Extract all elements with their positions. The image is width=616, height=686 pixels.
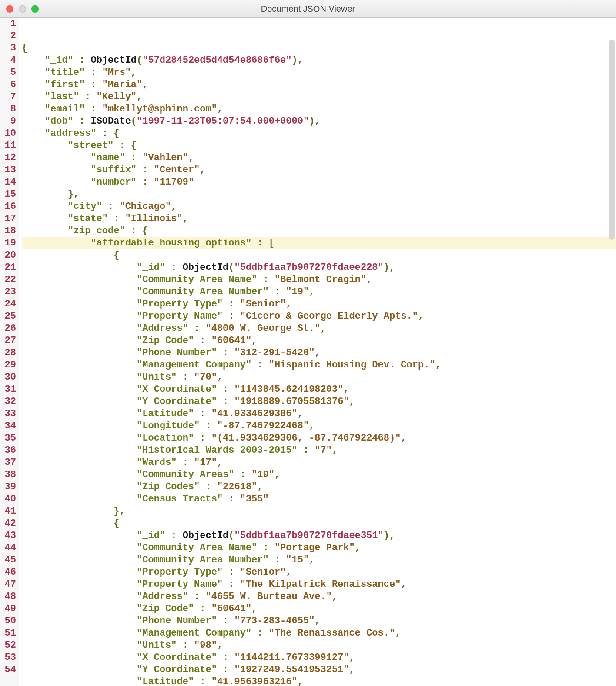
code-line[interactable]: "email" : "mkellyt@sphinn.com", bbox=[22, 103, 616, 115]
code-line[interactable]: "Phone Number" : "312-291-5420", bbox=[22, 347, 616, 359]
code-line[interactable]: "last" : "Kelly", bbox=[22, 91, 616, 103]
token-key: "Community Area Name" bbox=[137, 542, 257, 553]
code-line[interactable]: "zip_code" : { bbox=[22, 225, 616, 237]
token-colon: : bbox=[217, 384, 234, 395]
code-line[interactable]: "Zip Code" : "60641", bbox=[22, 335, 616, 347]
line-number: 20 bbox=[0, 249, 16, 262]
line-number: 54 bbox=[0, 664, 16, 676]
code-line[interactable]: "Management Company" : "Hispanic Housing… bbox=[22, 359, 616, 371]
token-colon: : bbox=[177, 640, 194, 651]
token-colon: : bbox=[85, 104, 102, 114]
code-line[interactable]: "city" : "Chicago", bbox=[22, 201, 616, 213]
token-punct: ( bbox=[131, 116, 137, 127]
token-key: "Community Area Number" bbox=[137, 286, 269, 297]
code-line[interactable]: "Property Type" : "Senior", bbox=[22, 298, 616, 310]
code-line[interactable]: "Management Company" : "The Renaissance … bbox=[22, 627, 616, 639]
code-line[interactable]: "dob" : ISODate("1997-11-23T05:07:54.000… bbox=[22, 115, 616, 128]
token-key: "title" bbox=[45, 67, 85, 78]
minimize-window-button[interactable] bbox=[19, 5, 26, 13]
token-punct: ( bbox=[228, 262, 234, 273]
code-line[interactable]: "Zip Code" : "60641", bbox=[22, 603, 616, 615]
code-line[interactable]: "X Coordinate" : "1144211.7673399127", bbox=[22, 652, 616, 664]
line-number: 29 bbox=[0, 359, 16, 371]
line-number: 7 bbox=[0, 91, 16, 103]
code-line[interactable]: "_id" : ObjectId("57d28452ed5d4d54e8686f… bbox=[22, 54, 616, 67]
code-line[interactable]: "Latitude" : "41.9334629306", bbox=[22, 408, 616, 420]
code-line[interactable]: "Location" : "(41.9334629306, -87.746792… bbox=[22, 432, 616, 444]
code-line[interactable]: "first" : "Maria", bbox=[22, 79, 616, 91]
text-cursor bbox=[275, 237, 275, 247]
line-number: 36 bbox=[0, 444, 16, 457]
code-line[interactable]: "Historical Wards 2003-2015" : "7", bbox=[22, 444, 616, 457]
code-line[interactable]: "Community Area Number" : "19", bbox=[22, 286, 616, 298]
line-number: 4 bbox=[0, 54, 16, 67]
code-line[interactable]: }, bbox=[22, 505, 616, 518]
code-line[interactable]: "Census Tracts" : "355" bbox=[22, 493, 616, 505]
token-punct: , bbox=[355, 542, 361, 553]
json-editor[interactable]: 1234567891011121314151617181920212223242… bbox=[0, 18, 616, 686]
token-punct: , bbox=[401, 579, 406, 590]
code-line[interactable]: "Property Name" : "Cicero & George Elder… bbox=[22, 310, 616, 323]
code-line[interactable]: "title" : "Mrs", bbox=[22, 67, 616, 79]
code-line[interactable]: "Address" : "4655 W. Burteau Ave.", bbox=[22, 591, 616, 603]
code-area[interactable]: { "_id" : ObjectId("57d28452ed5d4d54e868… bbox=[19, 18, 616, 686]
code-line[interactable]: "Community Area Name" : "Belmont Cragin"… bbox=[22, 274, 616, 286]
code-line[interactable]: { bbox=[22, 249, 616, 262]
code-line[interactable]: "Longitude" : "-87.7467922468", bbox=[22, 420, 616, 432]
code-line[interactable]: "address" : { bbox=[22, 128, 616, 140]
code-line[interactable]: "Address" : "4800 W. George St.", bbox=[22, 323, 616, 335]
line-number: 47 bbox=[0, 578, 16, 591]
line-number: 13 bbox=[0, 164, 16, 176]
code-line[interactable]: "Phone Number" : "773-283-4655", bbox=[22, 615, 616, 627]
code-line[interactable]: "Community Area Name" : "Portage Park", bbox=[22, 542, 616, 554]
code-line[interactable]: { bbox=[22, 518, 616, 530]
code-line[interactable]: "Units" : "98", bbox=[22, 639, 616, 652]
line-number: 27 bbox=[0, 335, 16, 347]
token-str: "4800 W. George St." bbox=[205, 323, 320, 334]
code-line[interactable]: }, bbox=[22, 188, 616, 201]
token-str: "Mrs" bbox=[102, 67, 131, 78]
code-line[interactable]: "Latitude" : "41.9563963216", bbox=[22, 676, 616, 686]
code-line[interactable]: "affordable_housing_options" : [ bbox=[22, 237, 616, 249]
code-line[interactable]: "Y Coordinate" : "1918889.6705581376", bbox=[22, 396, 616, 408]
token-colon: : bbox=[217, 652, 234, 663]
token-punct: , bbox=[286, 567, 291, 578]
code-line[interactable]: "number" : "11709" bbox=[22, 176, 616, 188]
vertical-scrollbar[interactable] bbox=[609, 40, 615, 240]
code-line[interactable]: "X Coordinate" : "1143845.624198203", bbox=[22, 383, 616, 396]
code-line[interactable]: "street" : { bbox=[22, 140, 616, 152]
token-punct: , bbox=[332, 591, 338, 602]
token-key: "Census Tracts" bbox=[137, 494, 223, 504]
token-colon: : bbox=[74, 55, 91, 66]
close-window-button[interactable] bbox=[6, 5, 13, 13]
token-punct: , bbox=[395, 628, 401, 639]
token-colon: : bbox=[251, 360, 269, 370]
token-punct: , bbox=[332, 445, 338, 456]
token-punct: ), bbox=[309, 116, 320, 127]
code-line[interactable]: "suffix" : "Center", bbox=[22, 164, 616, 176]
token-key: "Property Type" bbox=[137, 299, 223, 309]
code-line[interactable]: "Property Name" : "The Kilpatrick Renais… bbox=[22, 578, 616, 591]
code-line[interactable]: "Units" : "70", bbox=[22, 371, 616, 383]
token-oid: "5ddbf1aa7b907270fdaee228" bbox=[234, 262, 384, 273]
code-line[interactable]: "state" : "Illinois", bbox=[22, 213, 616, 225]
code-line[interactable]: "Zip Codes" : "22618", bbox=[22, 481, 616, 493]
zoom-window-button[interactable] bbox=[31, 5, 39, 13]
code-line[interactable]: "Property Type" : "Senior", bbox=[22, 566, 616, 578]
code-line[interactable]: "Y Coordinate" : "1927249.5541953251", bbox=[22, 664, 616, 676]
code-line[interactable]: "name" : "Vahlen", bbox=[22, 152, 616, 164]
code-line[interactable]: "Community Areas" : "19", bbox=[22, 469, 616, 481]
token-colon: : bbox=[85, 79, 102, 90]
code-line[interactable]: "_id" : ObjectId("5ddbf1aa7b907270fdaee3… bbox=[22, 530, 616, 542]
token-punct: , bbox=[321, 323, 326, 334]
code-line[interactable]: { bbox=[22, 42, 616, 54]
token-punct: , bbox=[257, 481, 263, 492]
code-line[interactable]: "Community Area Number" : "15", bbox=[22, 554, 616, 566]
token-str: "Senior" bbox=[240, 567, 286, 578]
token-oid: "5ddbf1aa7b907270fdaee351" bbox=[234, 530, 384, 541]
code-line[interactable]: "_id" : ObjectId("5ddbf1aa7b907270fdaee2… bbox=[22, 262, 616, 274]
token-key: "Community Area Name" bbox=[137, 274, 257, 285]
line-number: 1 bbox=[0, 18, 16, 30]
token-colon: : bbox=[137, 177, 154, 188]
code-line[interactable]: "Wards" : "17", bbox=[22, 457, 616, 469]
